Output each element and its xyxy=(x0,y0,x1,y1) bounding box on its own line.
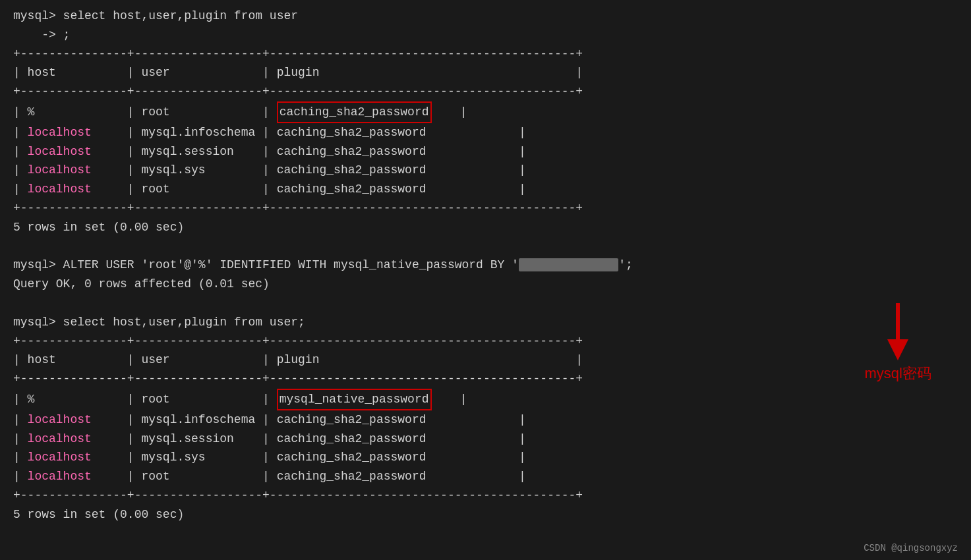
terminal-window: mysql> select host,user,plugin from user… xyxy=(13,7,958,524)
separator-top-1: +---------------+------------------+----… xyxy=(13,45,958,64)
blank-1 xyxy=(13,237,958,256)
annotation: mysql密码 xyxy=(865,303,931,383)
table-row: | localhost | mysql.infoschema | caching… xyxy=(13,410,958,430)
table-row: | % | root | mysql_native_password | xyxy=(13,389,958,410)
continuation-line: -> ; xyxy=(13,26,958,45)
separator-top-2: +---------------+------------------+----… xyxy=(13,332,958,351)
annotation-label: mysql密码 xyxy=(865,364,931,383)
header-row-1: | host | user | plugin | xyxy=(13,63,958,82)
highlighted-plugin-2: mysql_native_password xyxy=(277,389,432,410)
table-row: | localhost | mysql.sys | caching_sha2_p… xyxy=(13,161,958,180)
arrow-shaft xyxy=(896,303,900,339)
result-1: 5 rows in set (0.00 sec) xyxy=(13,218,958,237)
result-2: 5 rows in set (0.00 sec) xyxy=(13,505,958,524)
header-row-2: | host | user | plugin | xyxy=(13,350,958,370)
table-row: | localhost | mysql.session | caching_sh… xyxy=(13,430,958,449)
table-row: | localhost | root | caching_sha2_passwo… xyxy=(13,180,958,199)
arrow-head xyxy=(887,339,908,360)
command-line-1: mysql> select host,user,plugin from user xyxy=(13,7,958,26)
separator-mid-2: +---------------+------------------+----… xyxy=(13,370,958,389)
blank-2 xyxy=(13,294,958,313)
table-row: | localhost | mysql.sys | caching_sha2_p… xyxy=(13,448,958,467)
watermark: CSDN @qingsongxyz xyxy=(864,543,958,553)
table-row: | localhost | mysql.session | caching_sh… xyxy=(13,142,958,161)
alter-command: mysql> ALTER USER 'root'@'%' IDENTIFIED … xyxy=(13,256,958,275)
password-redacted xyxy=(519,258,618,271)
separator-bot-2: +---------------+------------------+----… xyxy=(13,486,958,505)
table-row: | localhost | mysql.infoschema | caching… xyxy=(13,123,958,142)
separator-mid-1: +---------------+------------------+----… xyxy=(13,82,958,101)
highlighted-plugin-1: caching_sha2_password xyxy=(277,101,432,123)
command-line-2: mysql> select host,user,plugin from user… xyxy=(13,313,958,332)
prompt-1: mysql> select host,user,plugin from user xyxy=(13,9,298,22)
table-row: | localhost | root | caching_sha2_passwo… xyxy=(13,467,958,486)
table-row: | % | root | caching_sha2_password | xyxy=(13,101,958,123)
alter-result: Query OK, 0 rows affected (0.01 sec) xyxy=(13,275,958,294)
separator-bot-1: +---------------+------------------+----… xyxy=(13,199,958,218)
